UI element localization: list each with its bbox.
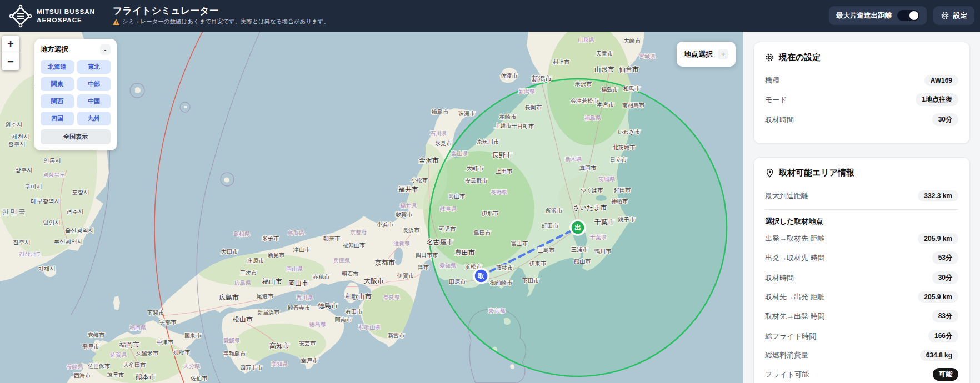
map-label: 滋賀県: [393, 240, 410, 246]
info-row: 取材時間30分: [765, 113, 958, 126]
map-label: 豊田市: [455, 249, 475, 256]
point-panel-expand-button[interactable]: +: [718, 49, 728, 59]
map-label: 米子市: [262, 235, 279, 241]
region-button[interactable]: 関西: [41, 94, 74, 108]
max-oneway-distance-toggle-button[interactable]: 最大片道進出距離: [829, 6, 927, 25]
map-label: 밀양시: [43, 219, 61, 226]
map-label: さいたま市: [573, 204, 607, 211]
map-label: 四日市市: [416, 252, 438, 258]
map-label: 大田市: [221, 249, 238, 255]
map-label: 長岡市: [525, 104, 542, 110]
coverage-area-title: 取材可能エリア情報: [779, 168, 854, 178]
info-row: 取材先→出発 時間83分: [765, 310, 958, 322]
region-button[interactable]: 北海道: [41, 60, 74, 74]
map-label: 石川県: [430, 130, 447, 137]
info-sidebar: 現在の設定 機種AW169モード1地点往復取材時間30分 取材可能エリア情報 最…: [743, 32, 980, 383]
mitsui-bussan-aerospace-logo: [9, 4, 32, 28]
map-label: 四万十市: [240, 365, 263, 371]
map-label: 千葉市: [594, 218, 614, 226]
map-label: つくば市: [581, 187, 604, 193]
info-row: 出発→取材先 距離205.9 km: [765, 233, 958, 244]
map-label: 山形市: [594, 65, 614, 73]
map-pin-icon: [765, 168, 774, 178]
info-row: 機種AW169: [765, 75, 958, 86]
map-label: 輪島市: [432, 109, 449, 115]
region-select-panel: 地方選択 - 北海道東北関東中部関西中国四国九州 全国表示: [34, 39, 117, 150]
value-badge: 166分: [928, 330, 958, 342]
map-label: 兵庫県: [333, 258, 350, 264]
map-label: 新潟県: [518, 88, 535, 94]
current-settings-card: 現在の設定 機種AW169モード1地点往復取材時間30分: [753, 42, 970, 144]
map-label: 福岡県: [129, 325, 146, 331]
map-label: 尾道市: [257, 293, 274, 299]
info-row: 最大到達距離332.3 km: [765, 190, 958, 201]
map-label: 長浜市: [403, 227, 420, 233]
page-title: フライトシミュレーター: [113, 6, 329, 17]
map-label: 佐伯市: [191, 375, 208, 381]
info-label: 総フライト時間: [765, 331, 816, 341]
map-label: 안동시: [43, 157, 61, 164]
value-badge: 83分: [932, 310, 958, 322]
region-panel-collapse-button[interactable]: -: [100, 44, 111, 55]
map-label: 島田市: [474, 230, 491, 236]
map-label: 壱岐市: [88, 332, 105, 338]
map-label: 日立市: [610, 157, 627, 163]
region-button[interactable]: 中国: [77, 94, 111, 108]
map-label: 鳥取県: [287, 230, 304, 236]
map-label: 糸魚川市: [477, 139, 499, 145]
map-label: 愛媛県: [223, 337, 240, 344]
destination-marker-label: 取: [477, 272, 484, 280]
info-label: 取材先→出発 距離: [765, 292, 825, 302]
info-label: 取材時間: [765, 273, 794, 283]
info-label: 取材時間: [765, 115, 794, 125]
map-label: 佐世保市: [88, 363, 111, 369]
value-badge: 205.9 km: [918, 233, 958, 244]
point-panel-title: 地点選択: [684, 49, 713, 59]
map-label: 金沢市: [418, 157, 439, 164]
map-label: 大阪市: [364, 277, 384, 285]
map-label: いわき市: [618, 129, 641, 135]
value-badge: AW169: [924, 75, 958, 86]
map-label: 新宮市: [388, 332, 405, 339]
map-label: 福島市: [601, 87, 618, 93]
map-label: 구미시: [24, 183, 42, 190]
region-button[interactable]: 九州: [77, 112, 111, 125]
map-label: 대구광역시: [31, 198, 61, 204]
zoom-in-button[interactable]: +: [2, 36, 19, 53]
gear-icon: [941, 11, 949, 20]
map-label: 下田市: [522, 278, 539, 284]
show-all-japan-button[interactable]: 全国表示: [41, 129, 111, 144]
map-label: 諫早市: [107, 372, 124, 378]
map-label: 宮城県: [639, 53, 656, 59]
map-label: 田原市: [449, 279, 466, 285]
max-oneway-distance-switch[interactable]: [897, 10, 919, 21]
map-label: 明石市: [342, 271, 359, 277]
map-label: 氷見市: [435, 140, 452, 147]
map-label: 小浜市: [377, 221, 394, 228]
region-button[interactable]: 中部: [77, 77, 111, 91]
map-label: 福山市: [262, 278, 282, 285]
info-label: 総燃料消費量: [765, 350, 808, 360]
map-label: 藤枝市: [496, 265, 513, 271]
flight-simulator-app: { "header": { "brand1": "MITSUI BUSSAN",…: [0, 0, 980, 383]
map-label: 珠洲市: [458, 110, 476, 117]
map-label: 阿南市: [335, 316, 352, 322]
value-badge: 30分: [932, 113, 958, 126]
departure-marker[interactable]: 出: [571, 220, 585, 235]
map-label: 鴨川市: [594, 248, 612, 254]
region-button[interactable]: 東北: [77, 60, 111, 74]
region-button[interactable]: 関東: [41, 77, 74, 91]
settings-button[interactable]: 設定: [933, 6, 974, 25]
map-label: 銚子市: [618, 216, 636, 223]
zoom-out-button[interactable]: −: [2, 53, 19, 70]
region-button[interactable]: 四国: [41, 112, 74, 125]
map-label: 부산광역시: [54, 238, 83, 245]
map-label: 三島市: [538, 247, 555, 253]
map-label: 新居浜市: [257, 309, 280, 315]
map-label: 鉾田市: [614, 187, 631, 193]
info-label: 出発→取材先 距離: [765, 234, 825, 244]
destination-marker[interactable]: 取: [474, 269, 488, 283]
map-label: 愛知県: [439, 263, 456, 269]
map-canvas[interactable]: 山形県大崎市天童市宮城県村上市山形市仙台市佐渡市新潟市米沢市福島市相馬市新潟県会…: [0, 32, 743, 383]
map-label: 小松市: [411, 177, 428, 183]
